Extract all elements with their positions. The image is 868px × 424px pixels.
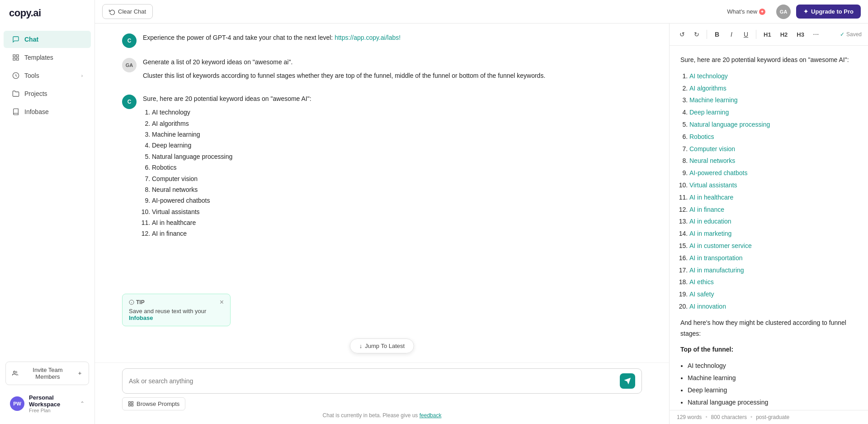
list-item: AI innovation xyxy=(689,301,857,312)
sidebar-item-infobase[interactable]: Infobase xyxy=(4,103,91,120)
right-panel: ⤢ Close ↺ ↻ B I U H1 H2 H3 ··· ✓ xyxy=(669,24,868,424)
jump-to-latest-button[interactable]: ↓ Jump To Latest xyxy=(350,338,414,353)
browse-prompts-button[interactable]: Browse Prompts xyxy=(122,397,185,410)
invite-team-button[interactable]: Invite Team Members xyxy=(5,362,89,385)
char-count: 800 characters xyxy=(711,414,747,420)
clear-chat-button[interactable]: Clear Chat xyxy=(102,4,153,19)
chat-input[interactable] xyxy=(129,377,615,385)
ai-message-2: Sure, here are 20 potential keyword idea… xyxy=(143,94,642,240)
list-item: Computer vision xyxy=(152,174,642,184)
list-item: Neural networks xyxy=(689,156,857,167)
bold-button[interactable]: B xyxy=(711,28,723,41)
sidebar-nav: Chat Templates Tools › Projects Infoba xyxy=(0,26,94,356)
tools-arrow-icon: › xyxy=(81,73,83,78)
list-item: AI in finance xyxy=(152,229,642,238)
jump-to-latest-label: Jump To Latest xyxy=(365,343,405,349)
feedback-link[interactable]: feedback xyxy=(420,412,442,419)
list-item: Deep learning xyxy=(152,140,642,150)
footer-dot-2: • xyxy=(750,414,752,420)
list-item: Natural language processing xyxy=(152,152,642,162)
saved-check-icon: ✓ xyxy=(840,31,844,38)
sidebar-projects-label: Projects xyxy=(24,90,47,97)
list-item: Machine learning xyxy=(689,95,857,106)
sidebar-item-projects[interactable]: Projects xyxy=(4,85,91,102)
svg-rect-1 xyxy=(16,55,19,57)
list-item: AI ethics xyxy=(689,277,857,288)
undo-button[interactable]: ↺ xyxy=(676,28,689,41)
list-item: AI in healthcare xyxy=(152,218,642,228)
browse-prompts-label: Browse Prompts xyxy=(137,400,179,407)
sidebar-infobase-label: Infobase xyxy=(24,108,49,115)
list-item: Robotics xyxy=(689,132,857,143)
footer-dot-1: • xyxy=(705,414,707,420)
underline-button[interactable]: U xyxy=(740,28,752,41)
list-item: AI-powered chatbots xyxy=(689,168,857,179)
list-item: AI-powered chatbots xyxy=(152,195,642,205)
rp-intro: Sure, here are 20 potential keyword idea… xyxy=(680,55,857,66)
tip-header: TIP × xyxy=(129,299,224,306)
workspace-bar[interactable]: PW Personal Workspace Free Plan ⌃ xyxy=(5,391,89,417)
chat-area: C Experience the power of GPT-4 and take… xyxy=(95,24,669,424)
italic-button[interactable]: I xyxy=(725,28,738,41)
upgrade-label: Upgrade to Pro xyxy=(811,8,854,15)
right-panel-content: Sure, here are 20 potential keyword idea… xyxy=(670,46,868,410)
projects-icon xyxy=(12,90,20,98)
list-item: AI in marketing xyxy=(689,229,857,239)
sidebar-item-templates[interactable]: Templates xyxy=(4,49,91,66)
svg-point-4 xyxy=(14,371,15,373)
rp-top-funnel-label: Top of the funnel: xyxy=(680,344,857,355)
sidebar-chat-label: Chat xyxy=(24,36,38,43)
tip-text: Save and reuse text with your Infobase xyxy=(129,308,224,321)
redo-button[interactable]: ↻ xyxy=(690,28,703,41)
list-item: Deep learning xyxy=(688,385,857,396)
h2-button[interactable]: H2 xyxy=(777,29,792,40)
svg-rect-3 xyxy=(13,58,15,60)
more-options-button[interactable]: ··· xyxy=(810,28,822,41)
list-item: AI in healthcare xyxy=(689,192,857,203)
new-badge: ✦ xyxy=(759,9,765,15)
tip-box: TIP × Save and reuse text with your Info… xyxy=(122,294,231,326)
ai-message-1: Experience the power of GPT-4 and take y… xyxy=(143,33,642,43)
list-item: AI in customer service xyxy=(689,241,857,252)
list-item: AI safety xyxy=(689,289,857,300)
chat-beta-notice: Chat is currently in beta. Please give u… xyxy=(122,410,642,420)
labs-link[interactable]: https://app.copy.ai/labs! xyxy=(335,34,401,41)
list-item: Virtual assistants xyxy=(689,180,857,191)
svg-rect-11 xyxy=(129,405,131,406)
list-item: Natural language processing xyxy=(689,119,857,130)
h3-button[interactable]: H3 xyxy=(793,29,808,40)
word-count: 129 words xyxy=(677,414,702,420)
sidebar-item-tools[interactable]: Tools › xyxy=(4,67,91,84)
chat-icon xyxy=(12,35,20,43)
user-message-1: Generate a list of 20 keyword ideas on "… xyxy=(143,57,642,85)
infobase-icon xyxy=(12,108,20,116)
sidebar-item-chat[interactable]: Chat xyxy=(4,31,91,48)
list-item: Robotics xyxy=(152,162,642,172)
chat-input-actions: Browse Prompts xyxy=(122,397,642,410)
saved-label-text: Saved xyxy=(846,31,862,38)
list-item: Natural language processing xyxy=(688,397,857,408)
sidebar: copy.ai Chat Templates Tools › Projects xyxy=(0,0,95,424)
svg-rect-9 xyxy=(132,402,133,404)
svg-rect-2 xyxy=(16,58,19,60)
upgrade-to-pro-button[interactable]: ✦ Upgrade to Pro xyxy=(796,5,861,19)
list-item: Virtual assistants xyxy=(152,207,642,217)
tip-close-button[interactable]: × xyxy=(220,299,224,306)
infobase-link[interactable]: Infobase xyxy=(129,314,153,321)
whats-new-button[interactable]: What's new ✦ xyxy=(722,5,771,18)
workspace-plan: Free Plan xyxy=(29,408,75,413)
avatar: GA xyxy=(122,58,137,72)
list-item: Machine learning xyxy=(152,129,642,139)
rp-top-funnel-list: AI technology Machine learning Deep lear… xyxy=(680,361,857,410)
svg-rect-0 xyxy=(13,55,15,57)
list-item: Machine learning xyxy=(688,373,857,384)
sidebar-templates-label: Templates xyxy=(24,54,53,61)
list-item: AI in transportation xyxy=(689,253,857,264)
chat-container: C Experience the power of GPT-4 and take… xyxy=(95,24,868,424)
h1-button[interactable]: H1 xyxy=(760,29,775,40)
list-item: AI technology xyxy=(152,107,642,117)
send-button[interactable] xyxy=(620,373,635,389)
user-avatar-button[interactable]: GA xyxy=(776,5,791,19)
list-item: AI technology xyxy=(688,361,857,372)
chat-messages: C Experience the power of GPT-4 and take… xyxy=(95,24,669,362)
